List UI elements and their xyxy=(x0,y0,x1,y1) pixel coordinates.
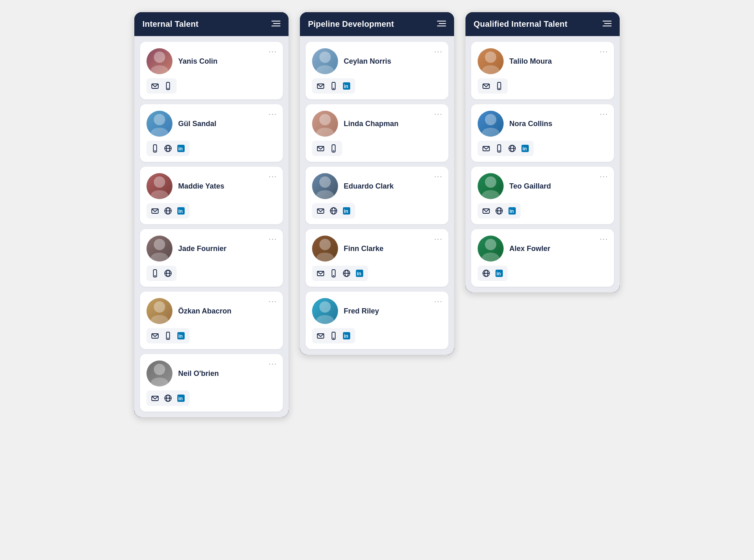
svg-point-26 xyxy=(151,253,168,262)
linkedin-icon[interactable]: in xyxy=(495,269,504,278)
svg-point-81 xyxy=(316,315,334,324)
card-menu-dots[interactable]: ··· xyxy=(269,172,277,181)
card-person-name: Yanis Colin xyxy=(178,57,218,66)
card-contact-icons: in xyxy=(312,203,355,219)
card-contact-icons xyxy=(146,266,177,281)
card-menu-dots[interactable]: ··· xyxy=(269,297,277,306)
svg-point-90 xyxy=(485,51,496,63)
card-top: Teo Gaillard xyxy=(478,173,608,199)
card-menu-dots[interactable]: ··· xyxy=(600,172,608,181)
globe-icon[interactable] xyxy=(508,144,517,153)
avatar xyxy=(146,236,172,262)
card-top: Ceylan Norris xyxy=(312,48,442,74)
mail-icon[interactable] xyxy=(316,206,325,215)
globe-icon[interactable] xyxy=(342,269,351,278)
column-menu-icon[interactable] xyxy=(437,20,446,29)
svg-point-95 xyxy=(485,114,496,125)
mail-icon[interactable] xyxy=(151,206,159,215)
mail-icon[interactable] xyxy=(316,82,325,90)
globe-icon[interactable] xyxy=(482,269,491,278)
card-talilo-moura: ··· Talilo Moura xyxy=(471,42,614,99)
avatar xyxy=(478,173,504,199)
mail-icon[interactable] xyxy=(316,269,325,278)
card-menu-dots[interactable]: ··· xyxy=(269,360,277,368)
avatar xyxy=(312,48,338,74)
phone-icon[interactable] xyxy=(329,269,338,278)
phone-icon[interactable] xyxy=(495,144,504,153)
avatar xyxy=(146,48,172,74)
globe-icon[interactable] xyxy=(495,206,504,215)
linkedin-icon[interactable]: in xyxy=(342,331,351,340)
phone-icon[interactable] xyxy=(329,331,338,340)
card-person-name: Nora Collins xyxy=(509,120,552,128)
mail-icon[interactable] xyxy=(151,394,159,403)
globe-icon[interactable] xyxy=(164,206,172,215)
globe-icon[interactable] xyxy=(164,394,172,403)
card-menu-dots[interactable]: ··· xyxy=(434,47,443,56)
card-person-name: Özkan Abacron xyxy=(178,307,231,315)
phone-icon[interactable] xyxy=(329,82,338,90)
card-person-name: Maddie Yates xyxy=(178,182,224,191)
card-contact-icons: in xyxy=(312,266,368,281)
phone-icon[interactable] xyxy=(151,269,159,278)
phone-icon[interactable] xyxy=(164,82,172,90)
card-menu-dots[interactable]: ··· xyxy=(434,110,443,118)
linkedin-icon[interactable]: in xyxy=(342,82,351,90)
phone-icon[interactable] xyxy=(495,82,504,90)
linkedin-icon[interactable]: in xyxy=(177,331,185,340)
column-title: Pipeline Development xyxy=(308,19,394,29)
svg-point-96 xyxy=(482,128,500,137)
globe-icon[interactable] xyxy=(164,269,172,278)
linkedin-icon[interactable]: in xyxy=(355,269,364,278)
globe-icon[interactable] xyxy=(329,206,338,215)
linkedin-icon[interactable]: in xyxy=(521,144,530,153)
svg-text:in: in xyxy=(344,208,349,214)
card-person-name: Finn Clarke xyxy=(344,245,383,253)
card-top: Eduardo Clark xyxy=(312,173,442,199)
column-menu-icon[interactable] xyxy=(603,20,612,29)
column-menu-icon[interactable] xyxy=(271,20,280,29)
svg-text:in: in xyxy=(179,396,183,401)
svg-point-114 xyxy=(482,253,500,262)
avatar xyxy=(312,111,338,137)
globe-icon[interactable] xyxy=(164,144,172,153)
mail-icon[interactable] xyxy=(316,144,325,153)
phone-icon[interactable] xyxy=(151,144,159,153)
card-menu-dots[interactable]: ··· xyxy=(434,297,443,306)
linkedin-icon[interactable]: in xyxy=(508,206,517,215)
card-menu-dots[interactable]: ··· xyxy=(269,110,277,118)
linkedin-icon[interactable]: in xyxy=(177,394,185,403)
mail-icon[interactable] xyxy=(151,331,159,340)
card-maddie-yates: ··· Maddie Yates in xyxy=(140,167,283,224)
card-menu-dots[interactable]: ··· xyxy=(434,172,443,181)
card-menu-dots[interactable]: ··· xyxy=(269,235,277,243)
card-menu-dots[interactable]: ··· xyxy=(269,47,277,56)
card-finn-clarke: ··· Finn Clarke in xyxy=(306,229,448,287)
card-gul-sandal: ··· Gül Sandal in xyxy=(140,104,283,162)
mail-icon[interactable] xyxy=(316,331,325,340)
mail-icon[interactable] xyxy=(482,206,491,215)
linkedin-icon[interactable]: in xyxy=(177,144,185,153)
card-contact-icons xyxy=(146,78,177,94)
card-menu-dots[interactable]: ··· xyxy=(434,235,443,243)
avatar xyxy=(146,111,172,137)
mail-icon[interactable] xyxy=(482,144,491,153)
svg-point-17 xyxy=(154,176,165,188)
card-top: Maddie Yates xyxy=(146,173,276,199)
card-person-name: Talilo Moura xyxy=(509,57,552,66)
card-menu-dots[interactable]: ··· xyxy=(600,110,608,118)
mail-icon[interactable] xyxy=(151,82,159,90)
phone-icon[interactable] xyxy=(329,144,338,153)
avatar xyxy=(146,298,172,324)
svg-point-62 xyxy=(319,176,331,188)
linkedin-icon[interactable]: in xyxy=(342,206,351,215)
card-top: Yanis Colin xyxy=(146,48,276,74)
card-menu-dots[interactable]: ··· xyxy=(600,47,608,56)
column-pipeline-development: Pipeline Development ··· Ceylan Norris i… xyxy=(300,12,454,355)
card-jade-fournier: ··· Jade Fournier xyxy=(140,229,283,287)
svg-point-71 xyxy=(316,253,334,262)
mail-icon[interactable] xyxy=(482,82,491,90)
linkedin-icon[interactable]: in xyxy=(177,206,185,215)
phone-icon[interactable] xyxy=(164,331,172,340)
card-menu-dots[interactable]: ··· xyxy=(600,235,608,243)
